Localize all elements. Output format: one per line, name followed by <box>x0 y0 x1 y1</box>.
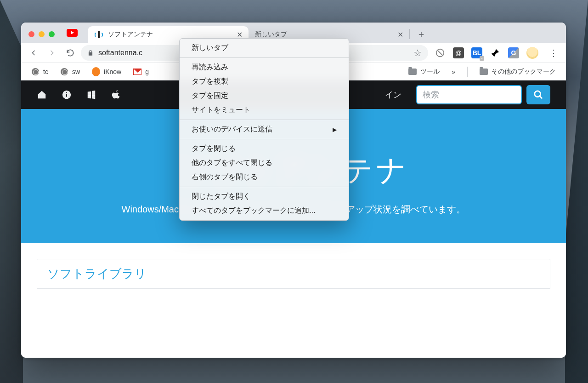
ctx-close-tab[interactable]: タブを閉じる <box>180 142 349 156</box>
ctx-send-to-device[interactable]: お使いのデバイスに送信▶ <box>180 122 349 137</box>
bookmark-label: sw <box>72 68 80 75</box>
mail-extension-icon[interactable]: @ <box>453 47 464 58</box>
ctx-pin[interactable]: タブを固定 <box>180 89 349 103</box>
tab-close-button[interactable]: ✕ <box>236 31 243 38</box>
fullscreen-window-button[interactable] <box>49 31 55 37</box>
home-icon[interactable] <box>37 90 47 100</box>
ctx-bookmark-all[interactable]: すべてのタブをブックマークに追加... <box>180 204 349 218</box>
bookmark-label: tc <box>43 68 48 75</box>
tab-context-menu: 新しいタブ 再読み込み タブを複製 タブを固定 サイトをミュート お使いのデバイ… <box>179 38 349 221</box>
back-button[interactable] <box>26 45 41 61</box>
windows-icon[interactable] <box>86 90 96 100</box>
ctx-close-right[interactable]: 右側のタブを閉じる <box>180 170 349 184</box>
panel-title: ソフトライブラリ <box>37 259 550 289</box>
bookmark-star-icon[interactable]: ☆ <box>413 47 422 58</box>
youtube-icon[interactable] <box>67 29 78 37</box>
bookmark-label: その他のブックマーク <box>492 68 556 76</box>
bookmark-label: g <box>145 68 149 75</box>
bookmark-tc[interactable]: tc <box>27 63 53 80</box>
info-icon[interactable] <box>62 90 72 100</box>
svg-rect-3 <box>66 92 67 93</box>
tab-title: ソフトアンテナ <box>108 30 231 39</box>
svg-rect-2 <box>66 94 67 97</box>
tab-title: 新しいタブ <box>255 30 392 39</box>
window-controls <box>28 31 55 37</box>
ctx-reopen-closed[interactable]: 閉じたタブを開く <box>180 189 349 204</box>
bookmark-sw[interactable]: sw <box>56 63 85 80</box>
ctx-new-tab[interactable]: 新しいタブ <box>180 41 349 55</box>
apple-icon[interactable] <box>111 90 121 100</box>
minimize-window-button[interactable] <box>39 31 45 37</box>
extension-icons: @ BL- G ⋮ <box>435 45 561 61</box>
bookmark-label: ツール <box>420 68 440 76</box>
panel-soft-library: ソフトライブラリ <box>37 259 550 289</box>
google-translate-extension-icon[interactable]: G <box>508 47 519 58</box>
nav-login-text[interactable]: イン <box>385 89 401 100</box>
pin-extension-icon[interactable] <box>490 47 501 58</box>
site-search-input[interactable] <box>416 85 522 104</box>
ctx-mute[interactable]: サイトをミュート <box>180 103 349 117</box>
tab-close-button[interactable]: ✕ <box>396 31 404 38</box>
bookmark-g[interactable]: g <box>129 63 153 80</box>
lock-icon <box>87 50 94 56</box>
profile-avatar[interactable] <box>526 47 538 59</box>
ctx-duplicate[interactable]: タブを複製 <box>180 74 349 89</box>
close-window-button[interactable] <box>28 31 34 37</box>
bookmark-label: iKnow <box>104 68 121 75</box>
svg-point-4 <box>535 91 541 97</box>
bookmark-iknow[interactable]: iKnow <box>87 63 126 80</box>
ctx-close-others[interactable]: 他のタブをすべて閉じる <box>180 156 349 170</box>
ctx-reload[interactable]: 再読み込み <box>180 60 349 74</box>
tab-separator <box>409 29 410 39</box>
new-tab-button[interactable]: ＋ <box>414 27 428 41</box>
bookmarks-separator <box>467 67 468 77</box>
blocker-extension-icon[interactable] <box>435 47 446 58</box>
submenu-arrow-icon: ▶ <box>333 126 337 133</box>
chrome-menu-button[interactable]: ⋮ <box>546 45 561 61</box>
forward-button[interactable] <box>44 45 60 61</box>
overflow-label: » <box>452 68 455 75</box>
favicon-softantenna <box>94 30 103 39</box>
site-search-button[interactable] <box>526 85 550 104</box>
bl-extension-icon[interactable]: BL- <box>471 47 482 58</box>
reload-button[interactable] <box>62 45 78 61</box>
other-bookmarks[interactable]: その他のブックマーク <box>475 63 560 80</box>
bookmark-folder-tool[interactable]: ツール <box>404 63 444 80</box>
bookmarks-overflow[interactable]: » <box>447 63 460 80</box>
